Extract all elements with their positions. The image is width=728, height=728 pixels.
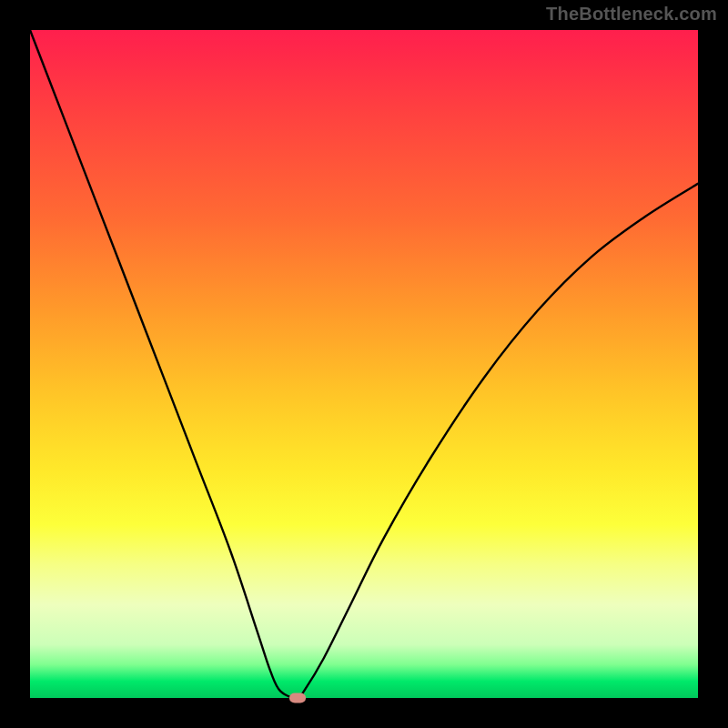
plot-area xyxy=(30,30,698,698)
bottleneck-curve xyxy=(30,30,698,698)
minimum-marker xyxy=(289,693,306,703)
curve-svg xyxy=(30,30,698,698)
chart-frame: TheBottleneck.com xyxy=(0,0,728,728)
watermark-text: TheBottleneck.com xyxy=(546,4,717,25)
